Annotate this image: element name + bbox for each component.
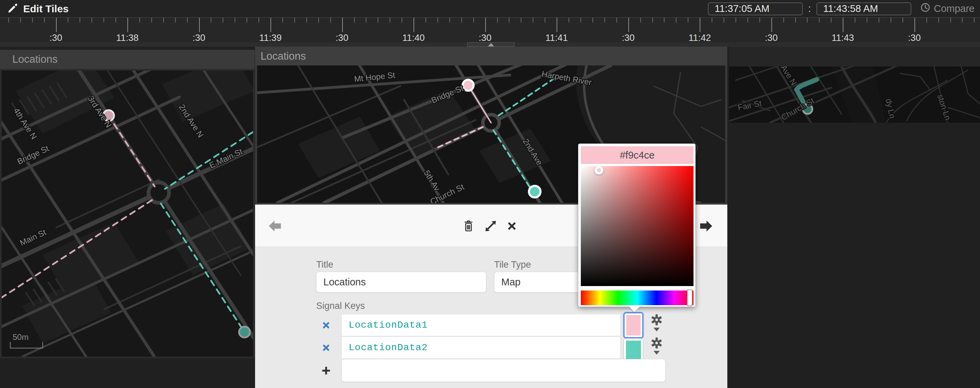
color-picker-popup: #f9c4ce [578, 144, 695, 307]
app-root: Edit Tiles 11:37:05 AM : 11:43:58 AM Com… [0, 0, 980, 388]
ruler-minor-tick [748, 18, 748, 22]
timeline-track[interactable] [0, 42, 980, 47]
ruler-major-tick [557, 18, 557, 32]
signal-key-settings-2[interactable] [647, 337, 666, 355]
signal-key-color-1[interactable] [624, 312, 643, 338]
hue-slider-handle[interactable] [687, 290, 692, 306]
end-time-input[interactable]: 11:43:58 AM [816, 2, 912, 15]
ruler-minor-tick [926, 18, 927, 22]
title-value: Locations [323, 277, 366, 288]
title-input[interactable]: Locations [316, 272, 486, 293]
signal-key-input-1[interactable]: LocationData1 [342, 314, 620, 336]
colorpicker-hex-header: #f9c4ce [581, 146, 694, 164]
ruler-major-tick [414, 18, 414, 32]
ruler-major-tick [772, 18, 772, 32]
ruler-minor-tick [521, 18, 522, 22]
ruler-minor-tick [318, 18, 319, 22]
ruler-major-tick [56, 18, 57, 32]
ruler-minor-tick [282, 18, 283, 22]
ruler-minor-tick [32, 18, 33, 22]
tile-type-value: Map [501, 277, 520, 288]
remove-key-2-button[interactable] [317, 337, 336, 359]
scale-label: 50m [13, 333, 29, 342]
add-key-button[interactable] [317, 359, 336, 382]
remove-key-1-button[interactable] [317, 314, 336, 336]
ruler-minor-tick [306, 18, 307, 22]
ruler-minor-tick [759, 18, 760, 22]
forward-button[interactable] [694, 204, 718, 247]
signal-key-input-2[interactable]: LocationData2 [342, 337, 620, 359]
ruler-major-tick [843, 18, 843, 32]
gradient-selector[interactable] [595, 166, 603, 174]
ruler-minor-tick [115, 18, 116, 22]
timeline-ruler[interactable]: :3011:38:3011:39:3011:40:3011:41:3011:42… [0, 17, 980, 42]
expand-tile-button[interactable] [479, 204, 503, 247]
hue-slider[interactable] [581, 290, 694, 305]
ruler-time-label: :30 [458, 33, 512, 43]
compare-button[interactable]: Compare [920, 2, 975, 15]
ruler-major-tick [199, 18, 200, 32]
hex-value: #f9c4ce [620, 150, 655, 161]
compare-label: Compare [934, 3, 975, 14]
left-tile-map[interactable]: 3rd Ave N 4th Ave N 2nd Ave N Bridge St … [2, 71, 253, 356]
ruler-minor-tick [962, 18, 963, 22]
ruler-time-label: :30 [29, 33, 83, 43]
ruler-minor-tick [80, 18, 80, 22]
saturation-gradient-area[interactable] [581, 166, 694, 286]
ruler-minor-tick [8, 18, 9, 22]
ruler-minor-tick [902, 18, 903, 22]
remove-x-icon [321, 343, 331, 353]
ruler-minor-tick [44, 18, 45, 22]
delete-tile-button[interactable] [457, 204, 480, 247]
ruler-minor-tick [950, 18, 951, 22]
start-time-input[interactable]: 11:37:05 AM [708, 2, 803, 15]
right-tile: Fair St Church St Ave N dy Ln ston Ln [729, 47, 980, 123]
ruler-minor-tick [640, 18, 641, 22]
ruler-minor-tick [735, 18, 736, 22]
ruler-minor-tick [473, 18, 474, 22]
ruler-minor-tick [568, 18, 569, 22]
ruler-major-tick [270, 18, 271, 32]
ruler-minor-tick [819, 18, 819, 22]
ruler-time-label: 11:38 [100, 33, 155, 43]
ruler-minor-tick [783, 18, 784, 22]
close-editor-button[interactable] [500, 204, 524, 247]
ruler-time-label: :30 [887, 33, 942, 43]
ruler-time-label: :30 [172, 33, 226, 43]
ruler-time-label: 11:40 [386, 33, 441, 43]
time-separator: : [808, 3, 811, 14]
right-tile-map[interactable]: Fair St Church St Ave N dy Ln ston Ln [729, 67, 980, 123]
ruler-minor-tick [175, 18, 176, 22]
topbar: Edit Tiles 11:37:05 AM : 11:43:58 AM Com… [0, 0, 980, 17]
ruler-minor-tick [688, 18, 688, 22]
trash-icon [461, 218, 476, 234]
ruler-major-tick [915, 18, 915, 32]
ruler-minor-tick [258, 18, 259, 22]
ruler-minor-tick [652, 18, 653, 22]
history-clock-icon [920, 2, 931, 15]
ruler-minor-tick [867, 18, 867, 22]
ruler-minor-tick [438, 18, 438, 22]
color-swatch-pink [626, 315, 641, 336]
ruler-minor-tick [533, 18, 533, 22]
ruler-minor-tick [509, 18, 509, 22]
ruler-major-tick [127, 18, 128, 32]
ruler-minor-tick [795, 18, 796, 22]
ruler-major-tick [485, 18, 486, 32]
ruler-time-label: :30 [601, 33, 655, 43]
ruler-time-label: :30 [744, 33, 799, 43]
gear-icon [650, 314, 663, 326]
add-key-input[interactable] [342, 359, 665, 382]
plus-icon [321, 366, 331, 376]
signal-keys-label: Signal Keys [316, 301, 365, 311]
signal-key-settings-1[interactable] [647, 314, 666, 331]
left-tile-header: Locations [0, 50, 255, 69]
signal-key-2-value: LocationData2 [348, 342, 428, 353]
ruler-minor-tick [366, 18, 366, 22]
back-button[interactable] [263, 204, 287, 247]
pink-location-marker [463, 80, 474, 91]
ruler-minor-tick [68, 18, 68, 22]
timeline-handle[interactable] [467, 42, 515, 47]
ruler-minor-tick [449, 18, 450, 22]
ruler-minor-tick [92, 18, 92, 22]
